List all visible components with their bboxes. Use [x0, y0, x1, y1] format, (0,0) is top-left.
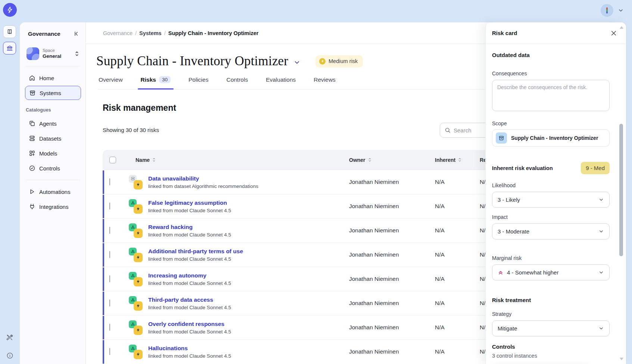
tab-policies[interactable]: Policies	[188, 76, 209, 89]
breadcrumb-governance[interactable]: Governance	[103, 30, 133, 36]
sidebar-section-catalogues: Catalogues	[26, 107, 81, 113]
risk-name-link[interactable]: Data unavailability	[148, 175, 258, 182]
divider	[26, 66, 80, 66]
row-checkbox[interactable]	[109, 348, 110, 355]
tab-evaluations[interactable]: Evaluations	[265, 76, 296, 89]
risk-name-link[interactable]: Additional third-party terms of use	[148, 248, 243, 255]
risk-linked-from: linked from model Claude Sonnet 4.5	[148, 305, 231, 310]
sidebar-item-systems[interactable]: Systems	[25, 86, 81, 100]
risk-inherent: N/A	[435, 324, 480, 331]
close-icon[interactable]	[610, 30, 617, 37]
tab-reviews[interactable]: Reviews	[313, 76, 336, 89]
risk-inherent: N/A	[435, 203, 480, 210]
chevron-down-icon	[598, 197, 604, 203]
sort-icon	[458, 157, 462, 162]
row-checkbox[interactable]	[109, 251, 110, 258]
risk-card-body: Outdated data Consequences Scope Supply …	[486, 44, 626, 364]
row-checkbox[interactable]	[109, 299, 110, 307]
brand-logo[interactable]	[3, 3, 17, 17]
risk-name-link[interactable]: Hallucinations	[148, 345, 231, 352]
risk-inherent: N/A	[435, 276, 480, 282]
row-checkbox[interactable]	[109, 203, 110, 210]
info-icon	[6, 352, 13, 359]
risk-inherent: N/A	[435, 300, 480, 307]
sidebar-item-controls[interactable]: Controls	[25, 161, 81, 175]
risk-source-icon	[129, 248, 143, 262]
impact-label: Impact	[492, 214, 610, 220]
systems-icon	[29, 90, 36, 96]
scope-value: Supply Chain - Inventory Optimizer	[511, 135, 598, 141]
risk-bolt-icon	[134, 301, 143, 311]
scroll-thumb[interactable]	[619, 124, 623, 256]
sidebar-item-automations[interactable]: Automations	[25, 185, 81, 199]
controls-title: Controls	[492, 343, 610, 350]
panel-scrollbar[interactable]	[619, 26, 623, 360]
chevron-down-icon[interactable]	[618, 7, 624, 13]
tab-controls[interactable]: Controls	[225, 76, 249, 89]
likelihood-select[interactable]: 3 - Likely	[492, 192, 610, 208]
impact-select[interactable]: 3 - Moderate	[492, 223, 610, 239]
tab-overview[interactable]: Overview	[98, 76, 124, 89]
scroll-down-arrow[interactable]	[620, 358, 623, 360]
risk-bolt-icon	[134, 204, 143, 214]
marginal-risk-select[interactable]: 4 - Somewhat higher	[492, 264, 610, 280]
risk-name-link[interactable]: Increasing autonomy	[148, 272, 231, 279]
risk-name-link[interactable]: Reward hacking	[148, 224, 231, 230]
column-header-name[interactable]: Name	[126, 157, 349, 163]
risk-bolt-icon	[134, 277, 143, 286]
divider	[26, 180, 80, 180]
sidebar-item-agents[interactable]: Agents	[25, 116, 81, 131]
scroll-up-arrow[interactable]	[620, 26, 623, 29]
consequences-textarea[interactable]	[492, 80, 610, 111]
risk-level-badge: Medium risk	[315, 55, 363, 68]
tab-risks[interactable]: Risks 30	[140, 76, 171, 89]
collapse-left-icon[interactable]	[73, 31, 80, 37]
tools-icon	[6, 334, 13, 341]
risk-bolt-icon	[134, 229, 143, 238]
space-switcher[interactable]: Space General	[25, 46, 81, 62]
inherent-eval-badge: 9 - Med	[581, 162, 610, 174]
chevron-down-icon	[598, 326, 604, 331]
rail-governance-button[interactable]	[3, 42, 16, 54]
search-icon	[445, 127, 451, 133]
sidebar: Governance Space General Home	[20, 22, 86, 364]
risk-name-link[interactable]: False legitimacy assumption	[148, 200, 231, 206]
risk-card-risk-name: Outdated data	[492, 52, 610, 58]
risk-owner: Jonathan Nieminen	[349, 276, 435, 282]
sidebar-item-label: Controls	[39, 165, 60, 172]
scope-field[interactable]: Supply Chain - Inventory Optimizer	[492, 129, 610, 147]
avatar[interactable]	[601, 4, 613, 17]
rail-info-button[interactable]	[6, 352, 13, 359]
rail-docs-button[interactable]	[3, 25, 16, 38]
sidebar-item-models[interactable]: Models	[25, 146, 81, 160]
row-checkbox[interactable]	[109, 324, 110, 331]
risk-linked-from: linked from model Claude Sonnet 4.5	[148, 208, 231, 213]
marginal-risk-value: 4 - Somewhat higher	[507, 269, 558, 276]
column-header-inherent[interactable]: Inherent	[435, 157, 480, 163]
risk-bolt-icon	[134, 253, 143, 262]
rail-tools-button[interactable]	[6, 334, 13, 341]
title-chevron-down-icon[interactable]	[293, 59, 301, 66]
risk-source-icon	[129, 175, 143, 189]
sidebar-item-datasets[interactable]: Datasets	[25, 131, 81, 145]
sidebar-item-home[interactable]: Home	[25, 71, 81, 85]
scope-label: Scope	[492, 120, 610, 126]
row-checkbox[interactable]	[109, 275, 110, 282]
sidebar-item-integrations[interactable]: Integrations	[25, 200, 81, 214]
home-icon	[29, 75, 35, 81]
select-all-checkbox[interactable]	[109, 157, 116, 163]
strategy-select[interactable]: Mitigate	[492, 320, 610, 336]
breadcrumb-systems[interactable]: Systems	[139, 30, 162, 36]
risk-name-link[interactable]: Third-party data access	[148, 296, 231, 303]
row-checkbox[interactable]	[109, 178, 110, 185]
risk-inherent: N/A	[435, 179, 480, 185]
sidebar-item-label: Models	[39, 150, 57, 157]
strategy-value: Mitigate	[498, 325, 517, 332]
risk-name-link[interactable]: Overly confident responses	[148, 321, 231, 327]
risk-owner: Jonathan Nieminen	[349, 300, 435, 307]
row-checkbox[interactable]	[109, 227, 110, 234]
column-header-owner[interactable]: Owner	[349, 157, 435, 163]
chevron-down-icon	[598, 229, 604, 234]
book-icon	[6, 28, 13, 35]
user-menu[interactable]	[601, 4, 624, 17]
